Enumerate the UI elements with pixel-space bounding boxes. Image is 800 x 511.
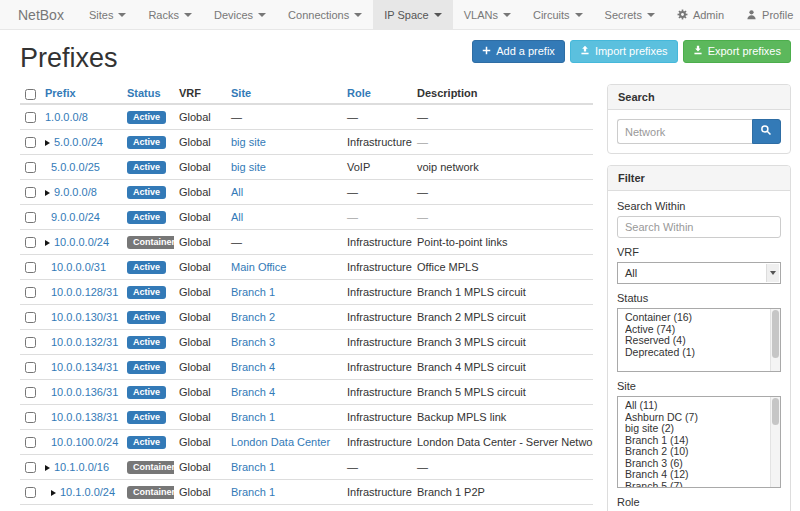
prefix-cell: 10.0.0.136/31 (40, 379, 122, 404)
column-header-status[interactable]: Status (127, 87, 161, 99)
nav-devices[interactable]: Devices (203, 0, 277, 29)
filter-option[interactable]: big site (2) (625, 423, 767, 435)
site-link[interactable]: Branch 3 (231, 336, 275, 348)
filter-option[interactable]: Branch 4 (12) (625, 469, 767, 481)
export-prefixes-button[interactable]: Export prefixes (683, 40, 791, 63)
filter-option[interactable]: Ashburn DC (7) (625, 412, 767, 424)
vrf-cell: Global (174, 179, 226, 204)
prefix-link[interactable]: 10.0.0.138/31 (51, 411, 118, 423)
prefix-link[interactable]: 10.0.0.132/31 (51, 336, 118, 348)
nav-racks[interactable]: Racks (137, 0, 203, 29)
prefix-cell: 10.0.0.128/31 (40, 279, 122, 304)
description-cell: — (412, 104, 593, 130)
column-header-site[interactable]: Site (231, 87, 251, 99)
nav-secrets[interactable]: Secrets (594, 0, 666, 29)
filter-option[interactable]: Branch 2 (10) (625, 446, 767, 458)
prefix-link[interactable]: 5.0.0.0/25 (51, 161, 100, 173)
site-link[interactable]: Branch 2 (231, 311, 275, 323)
chevron-down-icon (184, 13, 192, 17)
site-link[interactable]: big site (231, 161, 266, 173)
prefix-link[interactable]: 10.0.0.0/24 (54, 236, 109, 248)
site-link[interactable]: Branch 4 (231, 361, 275, 373)
row-checkbox[interactable] (25, 287, 36, 298)
header-actions: Add a prefix Import prefixes Export pref… (472, 40, 791, 63)
row-checkbox[interactable] (25, 212, 36, 223)
prefix-link[interactable]: 10.0.0.130/31 (51, 311, 118, 323)
prefix-link[interactable]: 10.0.0.0/31 (51, 261, 106, 273)
select-all-checkbox[interactable] (25, 89, 36, 100)
prefix-link[interactable]: 10.0.100.0/24 (51, 436, 118, 448)
filter-panel: Filter Search Within VRF All Status Cont… (607, 165, 791, 511)
prefix-link[interactable]: 9.0.0.0/24 (51, 211, 100, 223)
description-cell: Backup MPLS link (412, 404, 593, 429)
import-prefixes-button[interactable]: Import prefixes (570, 40, 678, 63)
empty-dash: — (347, 186, 358, 198)
row-checkbox[interactable] (25, 187, 36, 198)
row-checkbox[interactable] (25, 487, 36, 498)
filter-option[interactable]: Branch 5 (7) (625, 481, 767, 489)
site-link[interactable]: Branch 1 (231, 286, 275, 298)
site-link[interactable]: Branch 1 (231, 461, 275, 473)
row-checkbox[interactable] (25, 437, 36, 448)
filter-option[interactable]: Branch 3 (6) (625, 458, 767, 470)
filter-option[interactable]: All (11) (625, 400, 767, 412)
site-link[interactable]: Branch 4 (231, 386, 275, 398)
filter-option[interactable]: Reserved (4) (625, 335, 767, 347)
site-cell: Branch 4 (226, 354, 342, 379)
prefix-link[interactable]: 10.1.0.0/16 (54, 461, 109, 473)
row-checkbox[interactable] (25, 262, 36, 273)
table-row: 10.0.0.128/31ActiveGlobalBranch 1Infrast… (20, 279, 593, 304)
row-checkbox[interactable] (25, 362, 36, 373)
nav-vlans[interactable]: VLANs (453, 0, 522, 29)
filter-option[interactable]: Deprecated (1) (625, 347, 767, 359)
scrollbar[interactable] (770, 397, 780, 487)
site-link[interactable]: Main Office (231, 261, 286, 273)
row-checkbox[interactable] (25, 387, 36, 398)
prefix-link[interactable]: 10.0.0.136/31 (51, 386, 118, 398)
row-checkbox[interactable] (25, 312, 36, 323)
vrf-cell: Global (174, 304, 226, 329)
prefix-link[interactable]: 5.0.0.0/24 (54, 136, 103, 148)
brand-logo[interactable]: NetBox (10, 0, 78, 29)
row-checkbox[interactable] (25, 112, 36, 123)
prefix-link[interactable]: 10.0.0.128/31 (51, 286, 118, 298)
site-filter-list[interactable]: All (11)Ashburn DC (7)big site (2)Branch… (617, 396, 781, 488)
row-checkbox[interactable] (25, 237, 36, 248)
column-header-role[interactable]: Role (347, 87, 371, 99)
prefix-link[interactable]: 9.0.0.0/8 (54, 186, 97, 198)
row-checkbox[interactable] (25, 412, 36, 423)
filter-option[interactable]: Branch 1 (14) (625, 435, 767, 447)
search-within-input[interactable] (617, 216, 781, 238)
search-button[interactable] (752, 119, 781, 144)
column-header-prefix[interactable]: Prefix (45, 87, 76, 99)
site-link[interactable]: All (231, 186, 243, 198)
filter-option[interactable]: Container (16) (625, 312, 767, 324)
row-checkbox[interactable] (25, 137, 36, 148)
row-checkbox[interactable] (25, 462, 36, 473)
status-filter-list[interactable]: Container (16)Active (74)Reserved (4)Dep… (617, 308, 781, 372)
nav-ip-space[interactable]: IP Space (373, 0, 452, 29)
row-checkbox[interactable] (25, 337, 36, 348)
site-link[interactable]: big site (231, 136, 266, 148)
prefix-link[interactable]: 10.0.0.134/31 (51, 361, 118, 373)
vrf-select[interactable]: All (617, 262, 781, 284)
site-link[interactable]: London Data Center (231, 436, 330, 448)
search-input[interactable] (617, 119, 752, 144)
site-link[interactable]: Branch 1 (231, 411, 275, 423)
nav-profile[interactable]: Profile (735, 0, 800, 29)
prefix-link[interactable]: 1.0.0.0/8 (45, 111, 88, 123)
nav-circuits[interactable]: Circuits (522, 0, 594, 29)
nav-admin[interactable]: Admin (666, 0, 735, 29)
nav-connections[interactable]: Connections (277, 0, 373, 29)
prefix-link[interactable]: 10.1.0.0/24 (60, 486, 115, 498)
scrollbar[interactable] (770, 309, 780, 371)
filter-option[interactable]: Active (74) (625, 324, 767, 336)
site-link[interactable]: Branch 1 (231, 486, 275, 498)
row-checkbox[interactable] (25, 162, 36, 173)
add-prefix-button[interactable]: Add a prefix (472, 40, 565, 63)
row-select-cell (20, 379, 40, 404)
status-badge: Active (127, 186, 166, 199)
search-within-label: Search Within (617, 200, 781, 212)
site-link[interactable]: All (231, 211, 243, 223)
nav-sites[interactable]: Sites (78, 0, 137, 29)
